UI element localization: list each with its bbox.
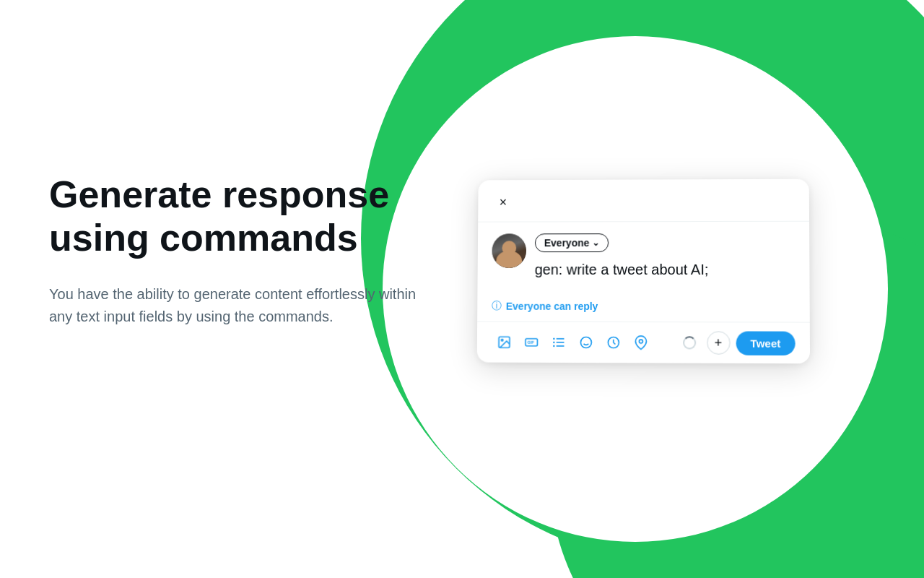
card-header: ×: [478, 179, 809, 223]
chevron-down-icon: ⌄: [592, 238, 599, 248]
tweet-compose-card: × Everyone ⌄ gen: write a tweet about AI…: [477, 179, 810, 364]
svg-point-14: [639, 340, 642, 343]
audience-label: Everyone: [544, 237, 590, 249]
add-thread-button[interactable]: +: [707, 331, 730, 354]
reply-info-section: ⓘ Everyone can reply: [477, 291, 810, 323]
footer-right-actions: + Tweet: [678, 331, 796, 355]
sub-text: You have the ability to generate content…: [49, 283, 424, 328]
card-footer: GIF: [477, 322, 810, 364]
image-icon[interactable]: [492, 329, 518, 355]
tweet-row: Everyone ⌄ gen: write a tweet about AI;: [492, 233, 795, 280]
reply-info-icon: ⓘ: [492, 300, 502, 313]
audience-selector-button[interactable]: Everyone ⌄: [535, 233, 609, 252]
card-body: Everyone ⌄ gen: write a tweet about AI;: [477, 222, 809, 291]
loading-spinner-container: [678, 331, 701, 354]
svg-point-7: [553, 338, 554, 340]
location-icon[interactable]: [628, 329, 654, 355]
gif-icon[interactable]: GIF: [518, 329, 544, 355]
reply-info-text: Everyone can reply: [506, 301, 598, 312]
tweet-text-content: gen: write a tweet about AI;: [535, 262, 709, 277]
svg-point-10: [580, 337, 591, 348]
svg-point-9: [553, 345, 555, 348]
svg-text:GIF: GIF: [527, 340, 534, 345]
emoji-icon[interactable]: [573, 329, 599, 355]
tweet-text-input[interactable]: gen: write a tweet about AI;: [535, 259, 796, 280]
svg-point-8: [553, 342, 554, 344]
footer-toolbar: GIF: [492, 329, 675, 356]
tweet-button[interactable]: Tweet: [736, 331, 796, 355]
schedule-icon[interactable]: [601, 329, 627, 355]
poll-icon[interactable]: [546, 329, 572, 355]
main-heading: Generate response using commands: [49, 173, 424, 260]
tweet-content-area: Everyone ⌄ gen: write a tweet about AI;: [535, 233, 796, 280]
left-content-section: Generate response using commands You hav…: [49, 173, 424, 328]
avatar: [492, 233, 526, 268]
loading-spinner-icon: [683, 336, 696, 349]
avatar-image: [492, 233, 526, 268]
svg-point-1: [501, 339, 502, 341]
close-button[interactable]: ×: [492, 191, 514, 213]
